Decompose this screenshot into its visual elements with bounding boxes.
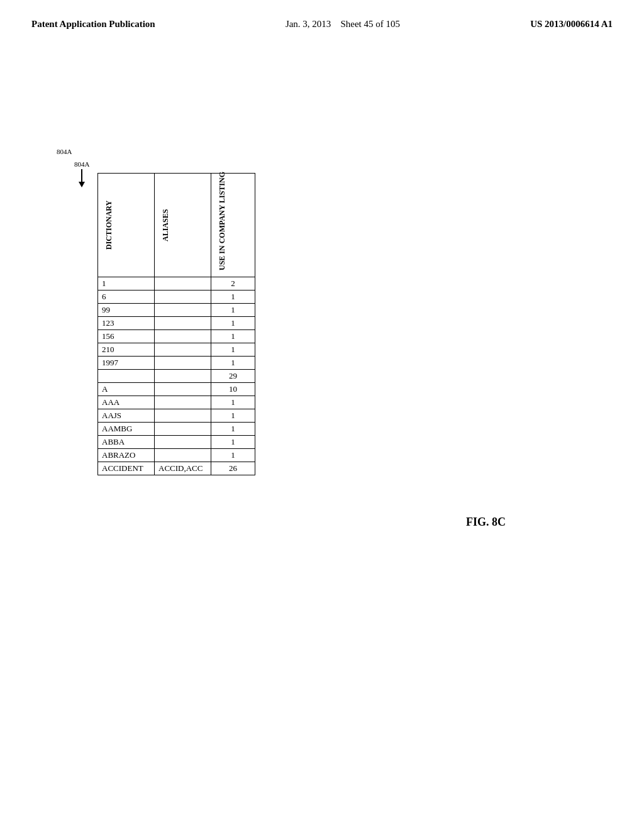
cell-aliases (155, 357, 211, 370)
table-row: 1231 (98, 317, 255, 330)
cell-aliases (155, 317, 211, 330)
cell-dictionary: 1997 (98, 357, 155, 370)
cell-dictionary: 6 (98, 290, 155, 304)
table-row: 991 (98, 304, 255, 317)
table-row: 29 (98, 370, 255, 383)
cell-dictionary: A (98, 383, 155, 396)
cell-use: 1 (211, 396, 255, 409)
cell-use: 2 (211, 277, 255, 290)
cell-aliases (155, 290, 211, 304)
cell-dictionary: 1 (98, 277, 155, 290)
cell-use: 1 (211, 330, 255, 343)
cell-dictionary: 99 (98, 304, 155, 317)
cell-use: 1 (211, 449, 255, 462)
cell-aliases (155, 330, 211, 343)
cell-aliases (155, 343, 211, 357)
cell-use: 1 (211, 317, 255, 330)
table-row: 19971 (98, 357, 255, 370)
col-header-use: USE IN COMPANY LISTING (211, 174, 255, 277)
label-arrow: 804A (74, 160, 89, 187)
figure-label: FIG. 8C (466, 516, 506, 529)
cell-dictionary (98, 370, 155, 383)
cell-use: 26 (211, 462, 255, 475)
header-center: Jan. 3, 2013 Sheet 45 of 105 (286, 19, 400, 30)
page-header: Patent Application Publication Jan. 3, 2… (0, 0, 644, 30)
cell-aliases (155, 383, 211, 396)
cell-aliases (155, 304, 211, 317)
cell-use: 1 (211, 436, 255, 449)
table-row: 1561 (98, 330, 255, 343)
table-row: A10 (98, 383, 255, 396)
cell-dictionary: ACCIDENT (98, 462, 155, 475)
cell-dictionary: AAJS (98, 409, 155, 423)
cell-use: 1 (211, 290, 255, 304)
cell-aliases (155, 409, 211, 423)
cell-use: 1 (211, 357, 255, 370)
cell-dictionary: AAA (98, 396, 155, 409)
cell-use: 1 (211, 409, 255, 423)
table-row: ABRAZO1 (98, 449, 255, 462)
cell-aliases (155, 436, 211, 449)
cell-use: 29 (211, 370, 255, 383)
header-left: Patent Application Publication (31, 19, 155, 30)
cell-dictionary: AAMBG (98, 423, 155, 436)
col-header-aliases: ALIASES (155, 174, 211, 277)
cell-dictionary: 156 (98, 330, 155, 343)
label-804a: 804A (57, 148, 72, 157)
cell-aliases (155, 423, 211, 436)
cell-dictionary: ABRAZO (98, 449, 155, 462)
table-row: ABBA1 (98, 436, 255, 449)
table-row: 61 (98, 290, 255, 304)
cell-use: 1 (211, 304, 255, 317)
cell-aliases: ACCID,ACC (155, 462, 211, 475)
table-row: 2101 (98, 343, 255, 357)
cell-use: 10 (211, 383, 255, 396)
cell-aliases (155, 396, 211, 409)
cell-use: 1 (211, 423, 255, 436)
cell-aliases (155, 277, 211, 290)
table-row: AAJS1 (98, 409, 255, 423)
table-row: ACCIDENTACCID,ACC26 (98, 462, 255, 475)
cell-aliases (155, 370, 211, 383)
table-row: AAMBG1 (98, 423, 255, 436)
cell-dictionary: 123 (98, 317, 155, 330)
cell-use: 1 (211, 343, 255, 357)
cell-aliases (155, 449, 211, 462)
table-row: AAA1 (98, 396, 255, 409)
header-right: US 2013/0006614 A1 (530, 19, 613, 30)
cell-dictionary: ABBA (98, 436, 155, 449)
cell-dictionary: 210 (98, 343, 155, 357)
col-header-dictionary: DICTIONARY (98, 174, 155, 277)
data-table: DICTIONARY ALIASES USE IN COMPANY LISTIN… (97, 173, 255, 475)
table-row: 12 (98, 277, 255, 290)
